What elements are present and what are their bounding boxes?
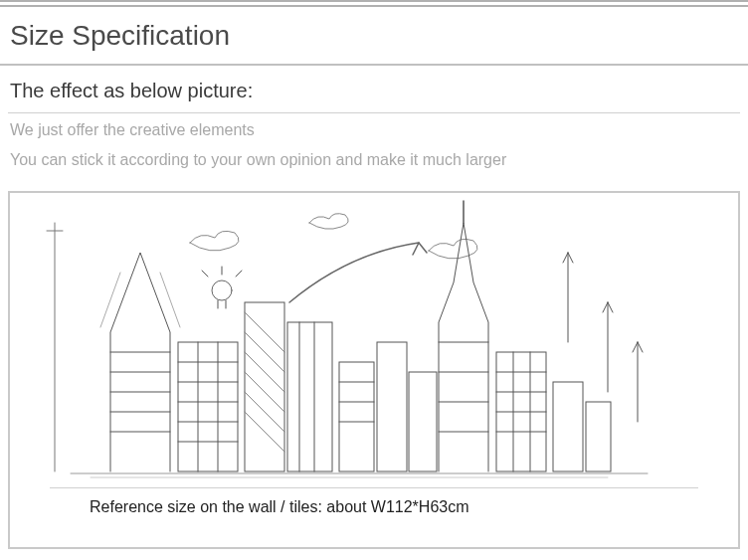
caption-rule (50, 487, 698, 488)
svg-line-6 (236, 271, 242, 277)
effect-subheading: The effect as below picture: (8, 70, 740, 112)
svg-line-24 (245, 332, 284, 372)
svg-rect-50 (586, 402, 611, 471)
note-line-1: We just offer the creative elements (8, 113, 740, 143)
svg-rect-49 (553, 382, 583, 471)
reference-size-caption: Reference size on the wall / tiles: abou… (10, 494, 738, 516)
cityscape-sketch-icon (10, 193, 738, 487)
svg-rect-32 (377, 342, 407, 471)
svg-line-25 (245, 352, 284, 392)
section-body: The effect as below picture: We just off… (0, 70, 748, 549)
illustration-frame: Reference size on the wall / tiles: abou… (8, 191, 740, 549)
svg-rect-22 (287, 322, 332, 471)
top-double-rule (0, 0, 748, 7)
svg-line-26 (245, 372, 284, 412)
svg-rect-31 (339, 362, 374, 471)
note-line-2: You can stick it according to your own o… (8, 143, 740, 173)
section-rule (0, 64, 748, 66)
svg-rect-41 (409, 372, 437, 471)
svg-line-5 (202, 271, 208, 277)
svg-point-2 (212, 280, 232, 300)
section-title: Size Specification (0, 10, 748, 64)
svg-line-23 (245, 312, 284, 352)
svg-line-27 (245, 392, 284, 432)
svg-line-28 (245, 412, 284, 452)
